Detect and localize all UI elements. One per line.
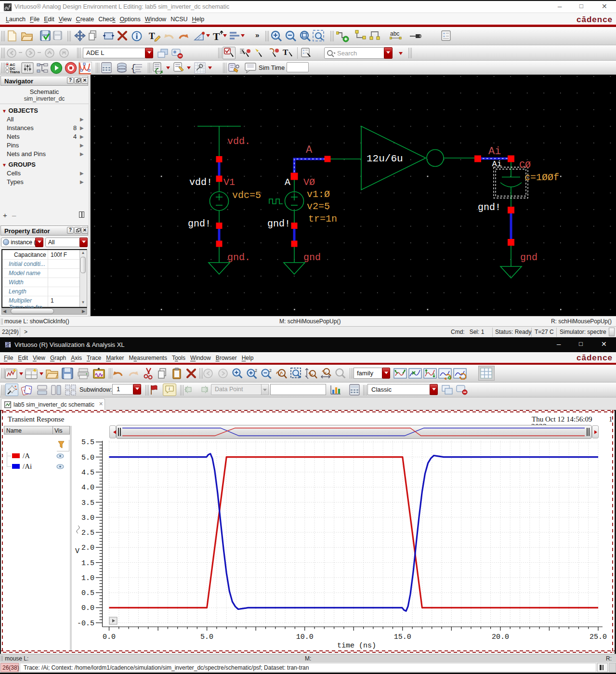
svg-text:4.5: 4.5 — [81, 469, 94, 477]
svg-text:A: A — [306, 144, 313, 156]
svg-text:V1: V1 — [223, 177, 235, 188]
svg-text:abc: abc — [390, 30, 399, 37]
svg-text:4.0: 4.0 — [81, 484, 94, 492]
svg-text:T: T — [149, 31, 155, 41]
svg-text:5.0: 5.0 — [200, 633, 213, 641]
svg-text:Ai: Ai — [488, 145, 501, 158]
svg-text:vdd.: vdd. — [227, 136, 250, 147]
svg-text:gnd!: gnd! — [188, 218, 211, 229]
svg-text:gnd: gnd — [303, 252, 321, 263]
svg-text:vdc=5: vdc=5 — [232, 190, 261, 201]
svg-text:vdd!: vdd! — [189, 177, 212, 188]
svg-text:v1:Ø: v1:Ø — [307, 189, 330, 200]
svg-text:0.0: 0.0 — [103, 633, 116, 641]
svg-text:20.0: 20.0 — [492, 633, 509, 641]
svg-text:i: i — [169, 386, 170, 391]
svg-text:T: T — [213, 30, 220, 42]
svg-text:gnd.: gnd. — [227, 252, 250, 263]
svg-text:3.5: 3.5 — [81, 499, 94, 507]
svg-text:Ai: Ai — [492, 159, 502, 169]
svg-text:-0.5: -0.5 — [77, 620, 94, 628]
svg-text:15.0: 15.0 — [394, 633, 411, 641]
svg-text:12u/6u: 12u/6u — [367, 153, 403, 164]
svg-text:c=1ØØf: c=1ØØf — [524, 172, 559, 183]
svg-text:5.0: 5.0 — [81, 454, 94, 462]
svg-text:V: V — [75, 547, 79, 555]
svg-text:5.5: 5.5 — [81, 439, 94, 447]
svg-text:2: 2 — [269, 368, 272, 373]
svg-text:2: 2 — [255, 368, 257, 373]
svg-text:0.0: 0.0 — [81, 604, 94, 612]
svg-text:gnd!: gnd! — [267, 218, 290, 229]
svg-text:gnd: gnd — [520, 252, 537, 263]
svg-text:1.0: 1.0 — [81, 574, 94, 582]
svg-text:10.0: 10.0 — [296, 633, 314, 641]
svg-text:Trans: Trans — [10, 70, 20, 74]
svg-text:gnd!: gnd! — [478, 202, 501, 213]
svg-text:3.0: 3.0 — [81, 514, 94, 522]
svg-text:2.5: 2.5 — [81, 529, 94, 537]
svg-text:tr=1n: tr=1n — [308, 213, 337, 225]
svg-text:v2=5: v2=5 — [307, 201, 330, 212]
svg-text:25.0: 25.0 — [590, 633, 607, 641]
svg-text:1.5: 1.5 — [81, 559, 94, 568]
svg-text:0.5: 0.5 — [81, 589, 94, 597]
svg-text:2.0: 2.0 — [81, 544, 94, 552]
svg-text:CØ: CØ — [519, 159, 531, 171]
svg-text:A: A — [285, 177, 290, 188]
svg-text:VØ: VØ — [303, 177, 315, 188]
svg-text:T: T — [283, 48, 288, 57]
svg-text:time (ns): time (ns) — [337, 642, 376, 650]
